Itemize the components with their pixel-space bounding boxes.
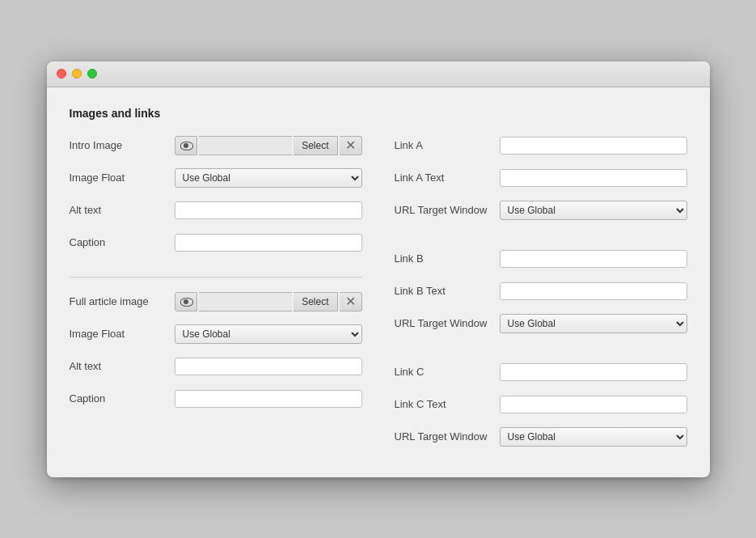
url-target-b-select[interactable]: Use Global _blank _self _parent _top <box>500 314 687 333</box>
intro-alt-text-row: Alt text <box>70 199 362 222</box>
full-caption-row: Caption <box>70 388 362 410</box>
intro-image-select-button[interactable]: Select <box>294 136 337 155</box>
full-image-select-button[interactable]: Select <box>294 292 337 311</box>
url-target-a-row: URL Target Window Use Global _blank _sel… <box>395 199 687 222</box>
intro-image-selector: Select ✕ <box>175 136 362 155</box>
link-a-text-label: Link A Text <box>395 172 500 184</box>
full-image-float-row: Image Float Use Global Left Right None <box>70 323 362 345</box>
link-c-text-row: Link C Text <box>395 393 687 416</box>
intro-image-float-row: Image Float Use Global Left Right None <box>70 167 362 189</box>
link-c-control <box>500 363 687 381</box>
minimize-button[interactable] <box>72 69 82 78</box>
full-article-image-row: Full article image Select ✕ <box>70 290 362 313</box>
intro-caption-label: Caption <box>70 236 175 248</box>
full-article-image-label: Full article image <box>70 295 175 307</box>
link-c-text-input[interactable] <box>500 396 687 413</box>
intro-image-float-label: Image Float <box>70 172 175 184</box>
link-c-row: Link C <box>395 361 687 383</box>
close-button[interactable] <box>57 69 66 78</box>
left-divider <box>70 277 362 277</box>
titlebar <box>47 61 710 87</box>
right-column: Link A Link A Text URL Target Window <box>395 134 687 458</box>
full-image-eye-button[interactable] <box>175 292 197 311</box>
intro-caption-control <box>175 234 362 252</box>
link-a-text-row: Link A Text <box>395 167 687 189</box>
link-b-control <box>500 250 687 268</box>
traffic-lights <box>57 69 97 78</box>
intro-alt-text-input[interactable] <box>175 201 362 219</box>
left-column: Intro Image Select ✕ <box>70 134 362 458</box>
link-a-input[interactable] <box>500 137 687 155</box>
eye-icon <box>180 142 192 149</box>
link-a-control <box>500 137 687 155</box>
url-target-b-control: Use Global _blank _self _parent _top <box>500 314 687 333</box>
main-window: Images and links Intro Image Select <box>47 61 710 477</box>
full-image-float-label: Image Float <box>70 328 175 340</box>
intro-image-row: Intro Image Select ✕ <box>70 134 362 157</box>
section-title: Images and links <box>70 107 687 120</box>
intro-image-float-select[interactable]: Use Global Left Right None <box>175 168 362 188</box>
full-alt-text-label: Alt text <box>70 360 175 372</box>
full-alt-text-input[interactable] <box>175 358 362 375</box>
two-column-layout: Intro Image Select ✕ <box>70 134 687 458</box>
intro-image-float-control: Use Global Left Right None <box>175 168 362 188</box>
full-article-image-control: Select ✕ <box>175 292 362 311</box>
url-target-c-control: Use Global _blank _self _parent _top <box>500 427 687 447</box>
intro-caption-row: Caption <box>70 231 362 254</box>
link-b-label: Link B <box>395 252 500 265</box>
link-c-input[interactable] <box>500 363 687 381</box>
link-b-text-label: Link B Text <box>395 285 500 297</box>
intro-alt-text-control <box>175 201 362 219</box>
right-gap-1 <box>395 231 687 248</box>
full-caption-input[interactable] <box>175 390 362 408</box>
link-a-row: Link A <box>395 134 687 157</box>
intro-image-label: Intro Image <box>70 139 175 151</box>
full-alt-text-row: Alt text <box>70 355 362 378</box>
full-image-clear-button[interactable]: ✕ <box>340 292 362 311</box>
intro-caption-input[interactable] <box>175 234 362 252</box>
full-caption-label: Caption <box>70 392 175 405</box>
full-alt-text-control <box>175 358 362 375</box>
url-target-b-row: URL Target Window Use Global _blank _sel… <box>395 312 687 335</box>
full-image-preview <box>199 292 293 311</box>
link-b-row: Link B <box>395 248 687 270</box>
link-a-text-control <box>500 169 687 187</box>
url-target-a-label: URL Target Window <box>395 204 500 216</box>
url-target-c-select[interactable]: Use Global _blank _self _parent _top <box>500 427 687 447</box>
full-eye-icon <box>180 298 192 305</box>
link-c-text-control <box>500 396 687 413</box>
link-a-text-input[interactable] <box>500 169 687 187</box>
link-c-label: Link C <box>395 366 500 378</box>
link-c-text-label: Link C Text <box>395 398 500 410</box>
right-gap-2 <box>395 345 687 361</box>
content-area: Images and links Intro Image Select <box>47 87 710 477</box>
url-target-c-row: URL Target Window Use Global _blank _sel… <box>395 426 687 448</box>
link-a-label: Link A <box>395 139 500 151</box>
full-image-selector: Select ✕ <box>175 292 362 311</box>
link-b-text-row: Link B Text <box>395 280 687 303</box>
link-b-input[interactable] <box>500 250 687 268</box>
url-target-a-control: Use Global _blank _self _parent _top <box>500 201 687 220</box>
full-image-float-select[interactable]: Use Global Left Right None <box>175 324 362 344</box>
url-target-c-label: URL Target Window <box>395 430 500 443</box>
full-caption-control <box>175 390 362 408</box>
intro-image-eye-button[interactable] <box>175 136 197 155</box>
url-target-a-select[interactable]: Use Global _blank _self _parent _top <box>500 201 687 220</box>
full-clear-icon: ✕ <box>345 295 356 308</box>
link-b-text-control <box>500 282 687 300</box>
full-image-float-control: Use Global Left Right None <box>175 324 362 344</box>
intro-alt-text-label: Alt text <box>70 204 175 216</box>
clear-icon: ✕ <box>345 139 356 152</box>
intro-image-preview <box>199 136 293 155</box>
intro-image-clear-button[interactable]: ✕ <box>340 136 362 155</box>
url-target-b-label: URL Target Window <box>395 317 500 329</box>
maximize-button[interactable] <box>87 69 97 78</box>
link-b-text-input[interactable] <box>500 282 687 300</box>
intro-image-control: Select ✕ <box>175 136 362 155</box>
